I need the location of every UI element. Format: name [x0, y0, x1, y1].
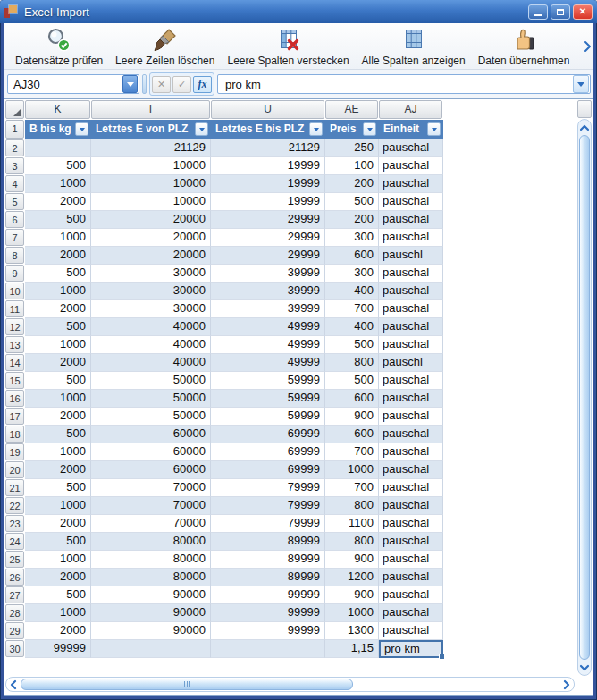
row-header-26[interactable]: 26: [5, 569, 24, 586]
cell-AJ13[interactable]: pauschal: [379, 336, 443, 354]
cell-AJ7[interactable]: pauschal: [379, 229, 443, 247]
row-header-29[interactable]: 29: [5, 622, 24, 639]
cell-AJ9[interactable]: pauschal: [379, 265, 443, 283]
cell-AJ27[interactable]: pauschal: [379, 586, 443, 604]
cell-AJ20[interactable]: pauschal: [379, 461, 443, 479]
filter-dropdown-button[interactable]: [427, 122, 441, 136]
cell-AE7[interactable]: 300: [325, 229, 379, 247]
cell-K24[interactable]: 500: [25, 533, 91, 551]
cell-AJ17[interactable]: pauschal: [379, 408, 443, 426]
filter-dropdown-button[interactable]: [75, 122, 88, 136]
cell-K21[interactable]: 500: [25, 479, 91, 497]
cell-U13[interactable]: 49999: [211, 336, 325, 354]
cell-AJ30[interactable]: pro km: [379, 640, 443, 658]
cell-U16[interactable]: 59999: [211, 390, 325, 408]
cell-AE27[interactable]: 900: [325, 586, 379, 604]
formula-bar-splitter[interactable]: [142, 74, 147, 94]
cell-T14[interactable]: 40000: [91, 354, 211, 372]
cell-K28[interactable]: 1000: [25, 604, 91, 622]
cell-AE17[interactable]: 900: [325, 408, 379, 426]
cell-U23[interactable]: 79999: [211, 515, 325, 533]
hide-empty-columns-button[interactable]: Leere Spalten verstecken: [221, 25, 355, 68]
horizontal-scrollbar-thumb[interactable]: [21, 679, 353, 690]
row-header-17[interactable]: 17: [5, 408, 24, 425]
cell-U28[interactable]: 99999: [211, 604, 325, 622]
cell-AE2[interactable]: 250: [325, 139, 379, 157]
cell-AE12[interactable]: 400: [325, 318, 379, 336]
confirm-entry-button[interactable]: ✓: [172, 76, 191, 93]
cell-U27[interactable]: 99999: [211, 586, 325, 604]
delete-empty-rows-button[interactable]: Leere Zeilen löschen: [109, 25, 221, 68]
cell-AJ24[interactable]: pauschal: [379, 533, 443, 551]
cell-AE6[interactable]: 200: [325, 211, 379, 229]
row-header-2[interactable]: 2: [5, 139, 24, 156]
cell-U14[interactable]: 49999: [211, 354, 325, 372]
row-header-15[interactable]: 15: [5, 372, 24, 389]
apply-data-button[interactable]: Daten übernehmen: [472, 25, 576, 68]
filter-dropdown-button[interactable]: [309, 122, 323, 136]
cell-AJ14[interactable]: pauschl: [379, 354, 443, 372]
cell-K6[interactable]: 500: [25, 211, 91, 229]
column-header-U[interactable]: U: [211, 100, 324, 119]
filter-dropdown-button[interactable]: [363, 122, 376, 136]
cell-AE13[interactable]: 500: [325, 336, 379, 354]
cell-K2[interactable]: [25, 139, 91, 157]
cell-U24[interactable]: 89999: [211, 533, 325, 551]
cell-AJ6[interactable]: pauschal: [379, 211, 443, 229]
vertical-scrollbar-track[interactable]: [577, 119, 592, 676]
cell-K16[interactable]: 1000: [25, 390, 91, 408]
cell-T10[interactable]: 30000: [91, 283, 211, 300]
close-button[interactable]: ✕: [573, 4, 593, 20]
cell-AJ8[interactable]: pauschl: [379, 247, 443, 265]
row-header-7[interactable]: 7: [5, 229, 24, 246]
select-all-corner[interactable]: [5, 100, 24, 119]
cell-K5[interactable]: 2000: [25, 193, 91, 211]
cell-T20[interactable]: 60000: [91, 461, 211, 479]
cell-U5[interactable]: 19999: [211, 193, 325, 211]
formula-dropdown-button[interactable]: [573, 75, 589, 93]
vertical-scrollbar[interactable]: [577, 99, 593, 676]
row-header-16[interactable]: 16: [5, 390, 24, 407]
cell-AJ16[interactable]: pauschal: [379, 390, 443, 408]
cell-U18[interactable]: 69999: [211, 426, 325, 443]
scroll-up-button[interactable]: [578, 121, 591, 134]
cell-AE20[interactable]: 1000: [325, 461, 379, 479]
cell-AE24[interactable]: 800: [325, 533, 379, 551]
row-header-19[interactable]: 19: [5, 443, 24, 460]
cell-K29[interactable]: 2000: [25, 622, 91, 640]
cell-AJ23[interactable]: pauschal: [379, 515, 443, 533]
cell-U10[interactable]: 39999: [211, 283, 325, 300]
cell-AE30[interactable]: 1,15: [325, 640, 379, 658]
cell-name-box[interactable]: AJ30: [7, 74, 139, 94]
cell-U19[interactable]: 69999: [211, 443, 325, 461]
cell-AJ25[interactable]: pauschal: [379, 551, 443, 569]
row-header-1[interactable]: 1: [5, 120, 24, 139]
cell-U20[interactable]: 69999: [211, 461, 325, 479]
cell-K23[interactable]: 2000: [25, 515, 91, 533]
cell-U15[interactable]: 59999: [211, 372, 325, 390]
cell-K10[interactable]: 1000: [25, 283, 91, 300]
row-header-22[interactable]: 22: [5, 497, 24, 514]
cell-T25[interactable]: 80000: [91, 551, 211, 569]
cell-AE4[interactable]: 200: [325, 175, 379, 193]
cell-T27[interactable]: 90000: [91, 586, 211, 604]
cell-AJ22[interactable]: pauschal: [379, 497, 443, 515]
row-header-27[interactable]: 27: [5, 586, 24, 603]
cell-T13[interactable]: 40000: [91, 336, 211, 354]
cell-K7[interactable]: 1000: [25, 229, 91, 247]
cell-K4[interactable]: 1000: [25, 175, 91, 193]
cell-K20[interactable]: 2000: [25, 461, 91, 479]
cell-AJ29[interactable]: pauschal: [379, 622, 443, 640]
cell-T3[interactable]: 10000: [91, 157, 211, 175]
cell-K25[interactable]: 1000: [25, 551, 91, 569]
cell-T30[interactable]: [91, 640, 211, 658]
cell-AE5[interactable]: 500: [325, 193, 379, 211]
cell-U11[interactable]: 39999: [211, 300, 325, 318]
cell-AE15[interactable]: 500: [325, 372, 379, 390]
cell-U25[interactable]: 89999: [211, 551, 325, 569]
row-header-21[interactable]: 21: [5, 479, 24, 496]
row-header-13[interactable]: 13: [5, 336, 24, 353]
cell-T21[interactable]: 70000: [91, 479, 211, 497]
cell-AJ4[interactable]: pauschal: [379, 175, 443, 193]
cell-U4[interactable]: 19999: [211, 175, 325, 193]
